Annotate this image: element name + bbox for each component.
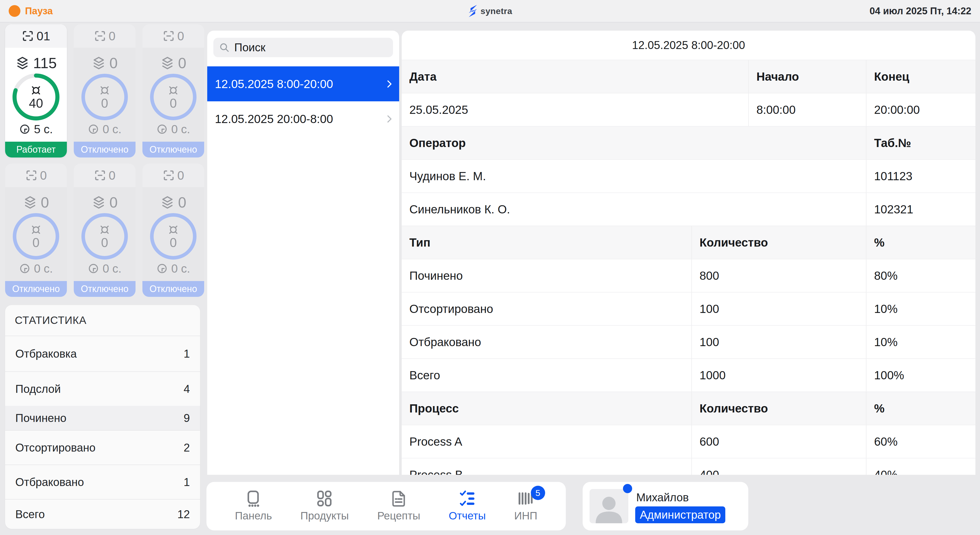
report-cell: 10% [866,293,975,325]
top-bar: Пауза synetra 04 июл 2025 Пт, 14:22 [0,0,980,22]
machine-card-header: 0 [74,24,135,48]
layers-icon [160,56,175,70]
report-cell: Process A [402,425,691,458]
nav-label: Рецепты [377,510,420,522]
clock-icon [88,124,99,135]
machine-id-icon [25,169,38,182]
machine-card-header: 0 [142,164,204,187]
machine-card[interactable]: 0 0 0 0 с.Отключено [74,164,135,297]
report-cell: 20:00:00 [866,94,975,126]
machine-progress-ring: 0 [148,211,198,261]
nav-label: Отчеты [449,510,486,522]
stat-label: Отсортировано [15,441,95,454]
machine-status-badge: Отключено [74,281,135,297]
search-input[interactable] [234,41,387,54]
cycle-time: 0 с. [88,122,121,136]
shift-label: 12.05.2025 20:00-8:00 [215,112,333,126]
nav-label: ИНП [514,510,538,522]
report-cell: 40% [866,459,975,475]
machine-card-body: 0 0 0 с. [5,187,67,281]
statistics-rows: Отбраковка1Подслой4Починено9Отсортирован… [5,336,200,529]
ring-value: 0 [170,236,177,249]
machine-progress-ring: 0 [80,211,130,261]
report-title: 12.05.2025 8:00-20:00 [402,30,975,60]
cycle-time: 0 с. [156,122,190,136]
machine-card[interactable]: 0 0 0 0 с.Отключено [5,164,67,297]
nav-item-инп[interactable]: ИНП5 [514,490,538,522]
stat-row: Всего12 [5,499,200,529]
stat-label: Отбраковка [15,347,77,360]
user-card[interactable]: Михайлов Администратор [583,482,748,530]
machine-card[interactable]: 0 0 0 0 с.Отключено [74,24,135,158]
stat-value: 1 [184,347,190,360]
machine-card-header: 0 [5,164,67,187]
report-cell: Всего [402,359,691,392]
report-header-cell: Таб.№ [866,127,975,159]
spool-icon [99,84,111,97]
report-cell: 400 [691,459,866,475]
user-role-badge: Администратор [635,506,725,523]
report-header-cell: Конец [866,60,975,93]
layers-icon [160,195,175,210]
chevron-right-icon [387,80,392,88]
chevron-right-icon [387,115,392,123]
report-cell: 102321 [866,193,975,226]
nav-item-продукты[interactable]: Продукты [301,490,349,522]
nav-item-рецепты[interactable]: Рецепты [377,490,420,522]
search-icon [219,42,230,53]
cycle-time-value: 5 с. [34,122,53,136]
ring-inner: 0 [80,211,130,261]
ring-inner: 0 [148,72,198,122]
machine-progress-ring: 0 [148,72,198,122]
stat-row: Подслой4 [5,371,200,406]
layers-count: 115 [15,54,57,72]
stat-label: Отбраковано [15,476,84,489]
shift-list-item[interactable]: 12.05.2025 8:00-20:00 [207,66,399,101]
report-cell: 100 [691,326,866,358]
report-data-row: Синельников К. О.102321 [402,193,975,226]
report-header-row: ТипКоличество% [402,226,975,259]
statistics-title: СТАТИСТИКА [5,305,200,336]
shift-list-item[interactable]: 12.05.2025 20:00-8:00 [207,101,399,136]
report-header-row: ОператорТаб.№ [402,126,975,159]
datetime-display: 04 июл 2025 Пт, 14:22 [870,0,971,22]
stat-row: Отбраковка1 [5,336,200,371]
pause-button[interactable]: Пауза [9,0,53,22]
nav-item-панель[interactable]: Панель [235,490,272,522]
report-cell: 800 [691,260,866,292]
report-data-row: Всего1000100% [402,358,975,392]
notification-badge: 5 [531,486,545,500]
machine-status-badge: Отключено [142,281,204,297]
machine-card[interactable]: 0 0 0 0 с.Отключено [142,164,204,297]
layers-value: 0 [178,54,186,72]
nav-item-отчеты[interactable]: Отчеты [449,490,486,522]
report-header-cell: Процесс [402,392,691,425]
machine-card[interactable]: 01 115 40 5 с.Работает [5,24,67,158]
report-data-row: Process B40040% [402,458,975,475]
recipes-icon [391,490,406,507]
user-name: Михайлов [636,491,689,504]
machine-card-header: 0 [142,24,204,48]
layers-value: 0 [110,54,118,72]
report-cell: 60% [866,425,975,458]
ring-value: 40 [29,97,43,110]
stat-label: Подслой [15,383,61,395]
avatar [590,489,628,523]
spool-icon [167,224,180,236]
cycle-time: 0 с. [88,262,121,275]
report-data-row: Чудинов Е. М.101123 [402,159,975,193]
stat-value: 12 [177,508,190,521]
machine-card[interactable]: 0 0 0 0 с.Отключено [142,24,204,158]
machine-card-body: 0 0 0 с. [74,48,135,142]
report-cell: Синельников К. О. [402,193,866,226]
search-box [213,38,393,57]
logo-icon [468,5,478,17]
shift-list: 12.05.2025 8:00-20:0012.05.2025 20:00-8:… [207,66,399,136]
cycle-time-value: 0 с. [171,262,190,275]
layers-count: 0 [160,194,186,211]
machine-id-icon [162,30,175,42]
stat-value: 9 [184,412,190,425]
shifts-panel: 12.05.2025 8:00-20:0012.05.2025 20:00-8:… [207,30,399,475]
clock-icon [156,263,168,274]
machine-progress-ring: 0 [11,211,61,261]
